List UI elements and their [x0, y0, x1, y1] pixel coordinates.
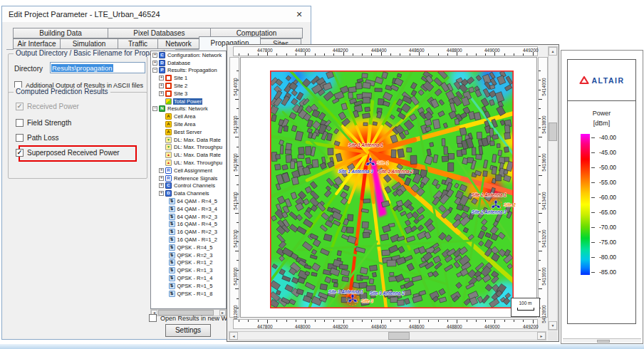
tree-item-configuration-network[interactable]: +CConfiguration: Network — [151, 51, 226, 59]
close-icon[interactable]: ✕ — [288, 6, 311, 22]
expand-icon[interactable]: + — [159, 168, 164, 173]
tree-item-qpsk-r-1-8[interactable]: ⇅QPSK - R=1_8 — [151, 290, 226, 298]
legend-tick — [591, 152, 595, 153]
tree-icon-blue: P — [159, 67, 165, 73]
expand-icon[interactable]: + — [159, 75, 164, 80]
tree-item-cell-assignment[interactable]: +RCell Assignment — [151, 167, 226, 174]
tree-item-total-power[interactable]: Total Power — [151, 98, 226, 105]
y-tick-label: 5413600 — [230, 147, 240, 177]
tree-item-site-2[interactable]: +Site 2 — [151, 82, 226, 90]
expand-icon[interactable]: + — [159, 183, 164, 188]
dialog-titlebar[interactable]: Edit Project Parameter - LTE_Urban_46524… — [2, 6, 311, 22]
tree-item-results-network[interactable]: −NResults: Network — [151, 105, 226, 113]
checkbox-path-loss[interactable]: Path Loss — [16, 134, 58, 142]
tree-item-16-qam-r-1-2[interactable]: ⇅16 QAM - R=1_2 — [151, 236, 226, 244]
tree-item-ul-max-data-rate[interactable]: ▲UL: Max. Data Rate — [151, 151, 226, 159]
map-vertical-scrollbar[interactable]: ▲ ▼ — [548, 46, 558, 330]
x-tick-label: 447800 — [257, 324, 273, 329]
tree-item-qpsk-r-1-3[interactable]: ⇅QPSK - R=1_3 — [151, 266, 226, 274]
checkbox-box-path-loss[interactable] — [16, 134, 24, 142]
tree-item-dl-max-data-rate[interactable]: ▼DL: Max. Data Rate — [151, 136, 226, 144]
expand-icon[interactable]: + — [152, 61, 157, 66]
x-tick-label: 447800 — [257, 48, 273, 53]
directory-input[interactable]: Results\propagation — [50, 62, 145, 73]
y-tick-label: 5413000 — [539, 261, 549, 291]
tree-item-dl-max-throughpu[interactable]: ▼DL: Max. Throughpu — [151, 144, 226, 152]
map-vscrollbar-thumb[interactable] — [549, 123, 557, 141]
x-tick-label: 448600 — [409, 324, 425, 329]
y-tick-label: 5413800 — [539, 110, 549, 140]
expand-icon[interactable]: + — [159, 83, 164, 88]
y-tick-label: 5413200 — [230, 224, 240, 254]
map-scroll-up-icon[interactable]: ▲ — [549, 47, 557, 56]
tree-item-64-qam-r-2-3[interactable]: ⇅64 QAM - R=2_3 — [151, 213, 226, 221]
expand-icon[interactable]: + — [159, 191, 164, 196]
tree-icon-blue: C — [165, 182, 172, 189]
tree-icon-spin: ⇅ — [169, 206, 175, 212]
tree-item-site-3[interactable]: +Site 3 — [151, 90, 226, 98]
y-tick-label: 5413200 — [539, 224, 549, 254]
tree-item-64-qam-r-4-5[interactable]: ⇅64 QAM - R=4_5 — [151, 197, 226, 205]
tree-item-qpsk-r-2-3[interactable]: ⇅QPSK - R=2_3 — [151, 251, 226, 259]
tree-item-site-1[interactable]: +Site 1 — [151, 74, 226, 82]
collapse-icon[interactable]: − — [152, 106, 157, 111]
propagation-heatmap[interactable]: Site 1 Antenna 1Site 1Site 1 Antenna 3Si… — [270, 71, 514, 308]
tree-item-ul-max-throughpu[interactable]: ▲UL: Max. Throughpu — [151, 159, 226, 167]
tab-simulation[interactable]: Simulation — [60, 38, 118, 49]
tab-building-data[interactable]: Building Data — [13, 28, 108, 38]
tree-item-qpsk-r-4-5[interactable]: ⇅QPSK - R=4_5 — [151, 244, 226, 251]
map-scroll-right-icon[interactable]: ► — [537, 332, 546, 340]
tree-item-qpsk-r-1-2[interactable]: ⇅QPSK - R=1_2 — [151, 259, 226, 267]
tree-item-64-qam-r-3-4[interactable]: ⇅64 QAM - R=3_4 — [151, 205, 226, 213]
collapse-icon[interactable]: − — [152, 68, 157, 73]
altair-brand: ALTAIR — [568, 60, 635, 101]
checkbox-box-superposed-received-power[interactable]: ✓ — [16, 149, 24, 157]
tree-item-results-propagation[interactable]: −PResults: Propagation — [151, 67, 226, 75]
settings-button[interactable]: Settings — [165, 324, 211, 337]
tree-item-data-channels[interactable]: +DData Channels — [151, 189, 226, 197]
legend-horizontal-scrollbar[interactable] — [563, 338, 641, 343]
expand-icon[interactable]: + — [159, 91, 164, 96]
open-results-checkbox-box[interactable] — [149, 314, 157, 322]
tree-item-label: 64 QAM - R=2_3 — [177, 214, 218, 220]
legend-tick — [591, 227, 595, 228]
results-tree[interactable]: +CConfiguration: Network+DDatabase−PResu… — [150, 51, 227, 309]
tree-item-label: Results: Propagation — [167, 67, 218, 73]
heatmap-layer — [257, 59, 522, 318]
dialog-title: Edit Project Parameter - LTE_Urban_46524 — [2, 10, 160, 19]
map-scroll-left-icon[interactable]: ◄ — [229, 332, 238, 340]
map-horizontal-scrollbar[interactable]: ◄ ► — [229, 331, 546, 340]
tree-item-qpsk-r-1-5[interactable]: ⇅QPSK - R=1_5 — [151, 282, 226, 290]
expand-icon[interactable]: + — [159, 176, 164, 181]
legend-scrollbar-thumb[interactable] — [597, 340, 610, 343]
checkbox-superposed-received-power[interactable]: ✓Superposed Received Power — [16, 149, 120, 157]
tree-item-control-channels[interactable]: +CControl Channels — [151, 182, 226, 190]
tree-item-site-area[interactable]: ASite Area — [151, 120, 226, 128]
computed-prediction-results-group: Computed Prediction Results ✓Received Po… — [8, 92, 147, 179]
tab-traffic[interactable]: Traffic — [118, 38, 158, 49]
expand-icon[interactable]: + — [152, 53, 157, 58]
tree-item-cell-area[interactable]: ACell Area — [151, 113, 226, 120]
tab-network[interactable]: Network — [157, 38, 199, 49]
tree-item-16-qam-r-2-3[interactable]: ⇅16 QAM - R=2_3 — [151, 228, 226, 236]
tree-item-16-qam-r-4-5[interactable]: ⇅16 QAM - R=4_5 — [151, 221, 226, 229]
checkbox-box-field-strength[interactable] — [16, 119, 24, 127]
checkbox-box-received-power[interactable]: ✓ — [16, 103, 24, 110]
tab-air-interface[interactable]: Air Interface — [13, 38, 61, 49]
checkbox-received-power[interactable]: ✓Received Power — [16, 103, 79, 110]
tree-item-qpsk-r-1-4[interactable]: ⇅QPSK - R=1_4 — [151, 274, 226, 282]
tree-icon-spin: ⇅ — [169, 283, 175, 289]
tree-item-label: Site 1 — [173, 75, 188, 81]
tree-item-database[interactable]: +DDatabase — [151, 59, 226, 67]
checkbox-field-strength[interactable]: Field Strength — [16, 119, 71, 127]
map-scroll-down-icon[interactable]: ▼ — [549, 321, 557, 330]
tree-icon-green: N — [159, 105, 165, 112]
x-tick-label: 448800 — [447, 324, 462, 329]
tree-item-best-server[interactable]: ABest Server — [151, 128, 226, 136]
tree-icon-gold: A — [165, 113, 172, 120]
tab-pixel-databases[interactable]: Pixel Databases — [108, 28, 211, 38]
tree-item-reference-signals[interactable]: +RReference Signals — [151, 174, 226, 182]
map-hscrollbar-thumb[interactable] — [388, 332, 410, 340]
tree-icon-routline: R — [165, 167, 172, 174]
tree-item-label: QPSK - R=4_5 — [177, 244, 214, 251]
